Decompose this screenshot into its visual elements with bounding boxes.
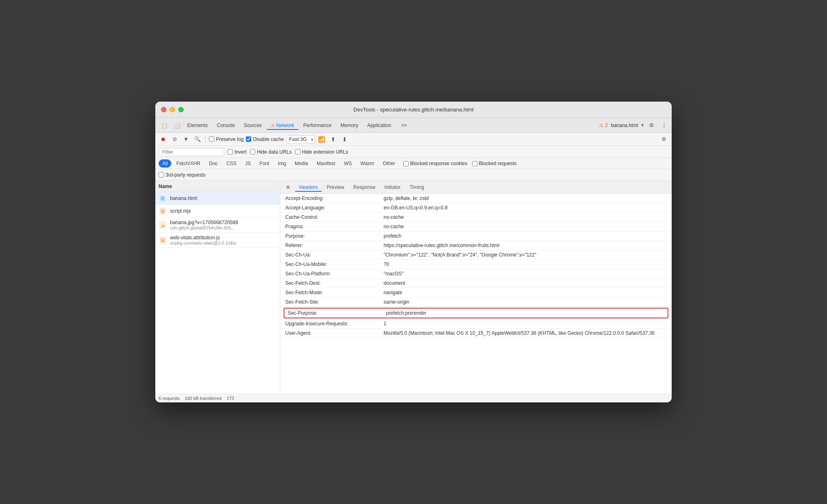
- tab-right-area: ⚠ 2 banana.html ▾ ⚙ ⋮: [599, 121, 668, 130]
- header-name: Accept-Language:: [285, 205, 384, 211]
- disable-cache-label[interactable]: Disable cache: [246, 136, 284, 142]
- header-row: Upgrade-Insecure-Requests:1: [280, 319, 672, 329]
- network-toolbar: ⏺ ⊘ ▼ 🔍 Preserve log Disable cache Fast …: [155, 133, 672, 146]
- tab-performance[interactable]: Performance: [299, 121, 336, 130]
- tab-console[interactable]: Console: [213, 121, 239, 130]
- hide-data-urls-label[interactable]: Hide data URLs: [250, 149, 292, 155]
- toolbar-right: ⚙: [659, 135, 668, 144]
- detail-tab-headers[interactable]: Headers: [295, 183, 322, 192]
- size-value: 173: [227, 396, 234, 401]
- svg-text:{}: {}: [162, 239, 164, 242]
- type-btn-other[interactable]: Other: [379, 159, 399, 168]
- type-btn-all[interactable]: All: [159, 159, 171, 168]
- type-btn-js[interactable]: JS: [241, 159, 254, 168]
- type-btn-media[interactable]: Media: [291, 159, 312, 168]
- header-name: Upgrade-Insecure-Requests:: [285, 321, 384, 327]
- tab-sources[interactable]: Sources: [240, 121, 266, 130]
- tab-network[interactable]: ⚠Network: [267, 121, 298, 130]
- type-btn-doc[interactable]: Doc: [205, 159, 221, 168]
- filter-input[interactable]: [159, 148, 224, 156]
- transferred-size: 160 kB transferred: [184, 396, 222, 401]
- header-value: "macOS": [384, 271, 667, 277]
- header-name: Referer:: [285, 243, 384, 248]
- invert-label[interactable]: Invert: [227, 149, 247, 155]
- blocked-requests-checkbox[interactable]: [472, 161, 477, 166]
- minimize-button[interactable]: [170, 107, 175, 112]
- close-button[interactable]: [161, 107, 166, 112]
- device-icon[interactable]: ⬜: [171, 120, 182, 131]
- header-value: prefetch: [384, 233, 667, 239]
- inspect-icon[interactable]: ⬚: [159, 120, 170, 131]
- detail-tab-timing[interactable]: Timing: [405, 183, 428, 192]
- detail-close-button[interactable]: ✕: [284, 183, 293, 192]
- devtools-tab-bar: ⬚ ⬜ Elements Console Sources ⚠Network Pe…: [155, 118, 672, 133]
- header-name: Purpose:: [285, 233, 384, 239]
- type-btn-img[interactable]: Img: [274, 159, 290, 168]
- third-party-checkbox[interactable]: [159, 172, 164, 177]
- blocked-response-cookies-label[interactable]: Blocked response cookies: [403, 161, 467, 166]
- download-icon[interactable]: ⬇: [340, 135, 349, 144]
- header-name: Sec-Ch-Ua-Mobile:: [285, 261, 384, 267]
- more-options-icon[interactable]: ⋮: [659, 121, 668, 130]
- more-tabs-button[interactable]: >>: [397, 121, 411, 130]
- header-row: Sec-Fetch-Site:same-origin: [280, 297, 672, 307]
- type-btn-manifest[interactable]: Manifest: [313, 159, 339, 168]
- titlebar: DevTools - speculative-rules.glitch.me/b…: [155, 102, 672, 118]
- settings-icon[interactable]: ⚙: [647, 121, 656, 130]
- clear-icon[interactable]: ⊘: [170, 135, 179, 144]
- file-icon-js-2: {}: [159, 236, 167, 244]
- upload-icon[interactable]: ⬆: [329, 135, 338, 144]
- tab-application[interactable]: Application: [363, 121, 395, 130]
- blocked-response-cookies-checkbox[interactable]: [403, 161, 409, 166]
- traffic-lights: [161, 107, 184, 112]
- divider-1: [205, 136, 206, 143]
- filter-icon[interactable]: ▼: [182, 135, 191, 144]
- file-icon-img: 🍌: [159, 221, 167, 229]
- throttle-select[interactable]: Fast 3G: [286, 135, 315, 143]
- header-row: Sec-Fetch-Dest:document: [280, 279, 672, 288]
- page-dropdown-icon[interactable]: ▾: [641, 123, 644, 128]
- file-item-script-mjs[interactable]: {} script.mjs: [155, 205, 280, 218]
- file-item-banana-jpg[interactable]: 🍌 banana.jpg?v=1705668720588 cdn.glitch.…: [155, 218, 280, 233]
- tab-memory[interactable]: Memory: [336, 121, 362, 130]
- type-btn-css[interactable]: CSS: [223, 159, 240, 168]
- stop-recording-icon[interactable]: ⏺: [159, 135, 168, 144]
- hide-data-urls-checkbox[interactable]: [250, 149, 255, 154]
- header-row: Accept-Encoding:gzip, deflate, br, zstd: [280, 194, 672, 203]
- network-condition-icon[interactable]: 📶: [317, 135, 326, 144]
- header-value: ?0: [384, 261, 667, 267]
- preserve-log-label[interactable]: Preserve log: [209, 136, 243, 142]
- invert-checkbox[interactable]: [227, 149, 233, 154]
- type-btn-fetch-xhr[interactable]: Fetch/XHR: [173, 159, 204, 168]
- third-party-label[interactable]: 3rd-party requests: [159, 172, 205, 178]
- network-settings-icon[interactable]: ⚙: [659, 135, 668, 144]
- hide-extension-urls-label[interactable]: Hide extension URLs: [295, 149, 348, 155]
- tab-elements[interactable]: Elements: [183, 121, 212, 130]
- preserve-log-checkbox[interactable]: [209, 136, 214, 142]
- blocked-requests-label[interactable]: Blocked requests: [472, 161, 517, 166]
- type-btn-wasm[interactable]: Wasm: [357, 159, 378, 168]
- header-name: Sec-Fetch-Dest:: [285, 280, 384, 286]
- file-item-banana-html[interactable]: ≡ banana.html: [155, 192, 280, 205]
- header-value: document: [384, 280, 667, 286]
- search-icon[interactable]: 🔍: [193, 135, 202, 144]
- type-btn-font[interactable]: Font: [256, 159, 273, 168]
- disable-cache-checkbox[interactable]: [246, 136, 251, 142]
- file-name: banana.html: [170, 195, 197, 201]
- file-name-url-2: web-vitals.attribution.js unpkg.com/web-…: [170, 235, 236, 245]
- file-icon-html: ≡: [159, 194, 167, 202]
- maximize-button[interactable]: [178, 107, 184, 112]
- detail-tab-preview[interactable]: Preview: [323, 183, 348, 192]
- detail-tab-response[interactable]: Response: [349, 183, 379, 192]
- header-row: Sec-Fetch-Mode:navigate: [280, 288, 672, 297]
- file-item-web-vitals[interactable]: {} web-vitals.attribution.js unpkg.com/w…: [155, 233, 280, 248]
- type-btn-ws[interactable]: WS: [340, 159, 355, 168]
- warning-badge: ⚠ 2: [599, 123, 608, 128]
- main-content: Name ≡ banana.html {} script.mjs: [155, 181, 672, 394]
- headers-content: Accept-Encoding:gzip, deflate, br, zstdA…: [280, 194, 672, 394]
- header-row: Pragma:no-cache: [280, 222, 672, 232]
- hide-extension-urls-checkbox[interactable]: [295, 149, 300, 154]
- detail-tab-bar: ✕ Headers Preview Response Initiator Tim…: [280, 181, 672, 194]
- detail-tab-initiator[interactable]: Initiator: [380, 183, 404, 192]
- header-row: Purpose:prefetch: [280, 232, 672, 241]
